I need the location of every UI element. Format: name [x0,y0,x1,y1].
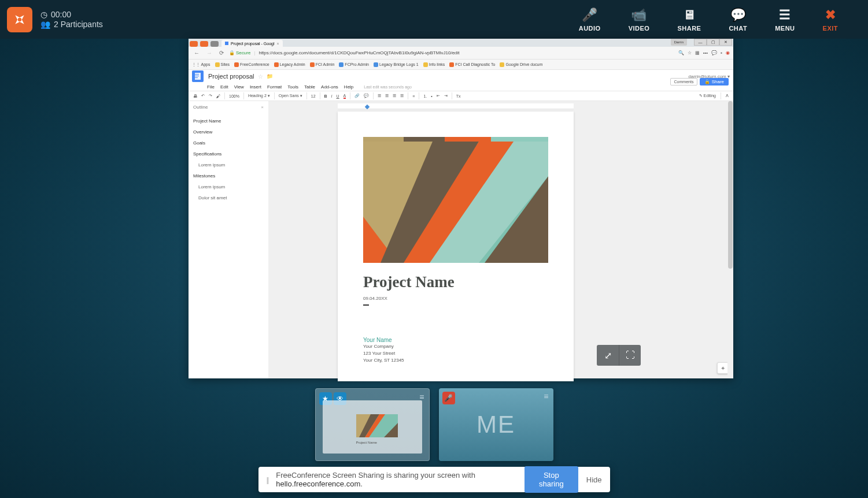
star-doc-icon[interactable]: ☆ [258,73,263,80]
share-doc-button[interactable]: 🔒 Share [700,78,729,86]
textcolor-icon[interactable]: A [343,94,346,99]
align-left-icon[interactable]: ☰ [378,94,381,98]
outline-item[interactable]: Dolor sit amet [193,192,264,203]
ruler[interactable] [338,103,574,109]
chevron-up-icon[interactable]: ᐱ [726,94,729,98]
bookmark-fc[interactable]: FreeConference [234,62,269,67]
menu-edit[interactable]: Edit [220,84,228,90]
align-justify-icon[interactable]: ☰ [400,94,404,98]
close-window-button[interactable]: ✕ [719,39,732,46]
reload-button[interactable]: ⟳ [217,50,226,56]
align-center-icon[interactable]: ☰ [385,94,389,98]
clear-icon[interactable]: Tx [456,94,461,98]
outline-item[interactable]: Specifications [193,148,264,159]
numlist-icon[interactable]: 1. [423,94,427,98]
outline-item[interactable]: Project Name [193,116,264,127]
share-button[interactable]: 🖥SHARE [677,8,701,32]
bookmark-legacy[interactable]: Legacy Admin [274,62,305,67]
url-field[interactable]: https://docs.google.com/document/d/1CKDQ… [258,50,459,55]
print-icon[interactable]: 🖶 [193,94,197,98]
size-select[interactable]: 12 [311,94,316,98]
tab-icon-3[interactable] [210,41,219,47]
forward-button[interactable]: → [205,50,214,56]
bookmark-lblogs[interactable]: Legacy Bridge Logs 1 [374,62,419,67]
tab-close-icon[interactable]: × [276,42,279,46]
link-icon[interactable]: 🔗 [354,94,360,98]
exit-button[interactable]: ✖EXIT [823,8,838,32]
chat-ext-icon[interactable]: 💬 [711,50,717,55]
bookmark-gdrive[interactable]: Google Drive docum [500,62,542,67]
tab-icon-1[interactable] [190,41,198,47]
outline-item[interactable]: Goals [193,137,264,148]
fullscreen-icon[interactable]: ⛶ [619,345,641,366]
menu-table[interactable]: Table [304,84,315,90]
outline-item[interactable]: Lorem ipsum [193,159,264,170]
linespacing-icon[interactable]: ≡ [412,94,415,98]
ext2-icon[interactable]: ▪ [721,50,722,55]
apps-bookmark[interactable]: ⋮⋮ Apps [192,62,210,67]
zoom-icon[interactable]: 🔍 [678,50,684,55]
thumbnail-menu-icon[interactable]: ≡ [544,392,548,401]
font-select[interactable]: Open Sans ▾ [279,94,302,98]
stop-sharing-button[interactable]: Stop sharing [525,466,578,493]
ext-icon[interactable]: ••• [703,50,708,55]
bookmark-sites[interactable]: Sites [215,62,230,67]
doc-title[interactable]: Project proposal [208,73,254,80]
mic-icon: 🎤 [579,8,601,23]
menu-file[interactable]: File [207,84,215,90]
menu-help[interactable]: Help [344,84,353,90]
video-button[interactable]: 📹VIDEO [629,8,650,32]
hide-button[interactable]: Hide [586,475,602,484]
thumbnail-self[interactable]: 🎤 ≡ ME [439,388,553,461]
outline-close-icon[interactable]: × [261,105,264,110]
bookmark-info[interactable]: Info links [423,62,445,67]
outline-item[interactable]: Milestones [193,170,264,181]
back-button[interactable]: ← [192,50,201,56]
ext3-icon[interactable]: ◉ [726,50,730,55]
grid-icon[interactable]: ▦ [695,50,700,55]
docs-app-icon[interactable] [192,70,204,82]
folder-icon[interactable]: 📁 [267,73,273,79]
maximize-button[interactable]: ▢ [707,39,719,46]
bookmark-fcid[interactable]: FCI Call Diagnostic To [449,62,495,67]
indent-icon[interactable]: ⇥ [444,94,448,98]
editing-mode[interactable]: ✎ Editing [699,94,716,98]
browser-tab[interactable]: Project proposal - Googl × [221,40,283,47]
document-page[interactable]: Project Name 09.04.20XX Your Name Your C… [338,112,574,381]
paint-icon[interactable]: 🖌 [216,94,220,98]
zoom-select[interactable]: 100% [229,94,239,98]
comment-icon[interactable]: 💬 [364,94,369,98]
menu-button[interactable]: ☰MENU [775,8,795,32]
bold-icon[interactable]: B [324,94,327,98]
minimize-button[interactable]: — [694,39,707,46]
chrome-user-chip[interactable]: Darrin [671,39,687,46]
comments-button[interactable]: Comments [670,78,698,86]
align-right-icon[interactable]: ☰ [393,94,396,98]
undo-icon[interactable]: ↶ [201,94,205,98]
bookmark-fcpro[interactable]: FCPro Admin [339,62,369,67]
bullist-icon[interactable]: • [431,94,432,98]
drag-grip-icon[interactable]: || [267,475,268,484]
explore-button[interactable]: ✦ [717,362,729,374]
star-icon[interactable]: ☆ [688,50,692,55]
italic-icon[interactable]: I [331,94,333,98]
scroll-thumb[interactable] [728,101,733,269]
menu-tools[interactable]: Tools [287,84,298,90]
redo-icon[interactable]: ↷ [209,94,212,98]
outdent-icon[interactable]: ⇤ [437,94,440,98]
menu-format[interactable]: Format [267,84,282,90]
audio-button[interactable]: 🎤AUDIO [579,8,601,32]
chat-button[interactable]: 💬CHAT [729,8,747,32]
underline-icon[interactable]: U [337,94,339,98]
menu-insert[interactable]: Insert [250,84,261,90]
outline-item[interactable]: Lorem ipsum [193,181,264,192]
outline-item[interactable]: Overview [193,127,264,137]
thumbnail-shared-screen[interactable]: ★ 👁 ≡ Project Name [315,388,430,461]
tab-icon-2[interactable] [200,41,208,47]
style-select[interactable]: Heading 2 ▾ [248,94,270,98]
menu-view[interactable]: View [234,84,244,90]
expand-icon[interactable]: ⤢ [597,345,619,366]
bookmark-fci[interactable]: FCI Admin [310,62,335,67]
menu-addons[interactable]: Add-ons [321,84,338,90]
scrollbar[interactable] [727,101,733,378]
